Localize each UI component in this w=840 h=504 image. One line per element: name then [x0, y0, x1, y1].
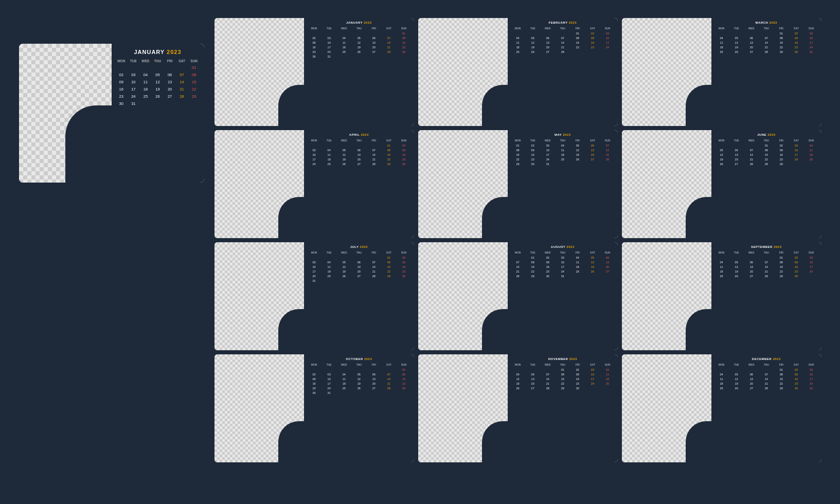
- mini-cal-date: [759, 31, 774, 35]
- large-cal-year: 2023: [167, 49, 181, 55]
- cal-date: 14: [176, 79, 188, 85]
- year-title-block: [19, 18, 204, 33]
- mini-cal-date: 21: [744, 157, 759, 161]
- mini-cal-date: 16: [307, 45, 321, 49]
- mini-cal-date: 24: [803, 381, 818, 386]
- mini-cal-date: 21: [366, 269, 381, 274]
- mini-cal-date: 13: [744, 376, 759, 381]
- mini-cal-date: 19: [336, 269, 351, 274]
- mini-cal-date: 24: [540, 157, 555, 161]
- cal-date: 05: [152, 71, 164, 78]
- mini-cal-date: 28: [540, 386, 555, 390]
- mini-cal-date: 26: [525, 49, 540, 54]
- mini-cal-date: 04: [714, 35, 729, 40]
- mini-cal-date: 29: [774, 49, 789, 54]
- mini-cal-date: 03: [555, 255, 570, 260]
- mini-cal-date: 09: [307, 376, 321, 381]
- mini-photo-placeholder: [418, 242, 508, 350]
- mini-cal-date: 17: [789, 152, 803, 157]
- mini-cal-date: 28: [744, 161, 759, 166]
- mini-cal-date: [351, 31, 366, 35]
- mini-photo-placeholder: [418, 18, 508, 126]
- mini-cal-date: 08: [510, 148, 525, 152]
- mini-days-header: MONTUEWEDTHUFRISATSUN: [714, 251, 818, 254]
- mini-cal-date: 02: [789, 367, 803, 372]
- mini-cal-date: 22: [396, 45, 411, 49]
- mini-cal-date: 28: [366, 161, 381, 166]
- mini-cal-date: 16: [570, 376, 585, 381]
- mini-cal-year: 2023: [770, 21, 777, 24]
- mini-cal-date: 05: [351, 372, 366, 376]
- mini-cal-date: 22: [570, 45, 585, 49]
- mini-cal-date: 03: [307, 260, 321, 264]
- mini-cal-date: 24: [600, 45, 615, 49]
- mini-cal-date: [510, 255, 525, 260]
- mini-cal-date: 10: [321, 376, 336, 381]
- cal-date: 25: [140, 93, 152, 100]
- mini-cal-date: 24: [555, 269, 570, 274]
- mini-cal-grid: 0102030405060708091011121314151617181920…: [307, 255, 411, 283]
- mini-cal-date: 15: [381, 152, 396, 157]
- mini-cal-date: 02: [396, 143, 411, 148]
- mini-cal-grid: 0102030405060708091011121314151617181920…: [307, 367, 411, 395]
- mini-cal-date: 04: [555, 143, 570, 148]
- mini-cal-date: 15: [525, 264, 540, 269]
- mini-cal-content: OCTOBER 2023MONTUEWEDTHUFRISATSUN0102030…: [304, 354, 414, 462]
- mini-cal-date: 12: [570, 148, 585, 152]
- mini-cal-date: 16: [396, 264, 411, 269]
- mini-cal-date: 25: [570, 269, 585, 274]
- mini-cal-date: 02: [585, 31, 600, 35]
- mini-cal-date: 28: [759, 386, 774, 390]
- mini-cal-date: 24: [307, 274, 321, 278]
- mini-days-header: MONTUEWEDTHUFRISATSUN: [714, 27, 818, 30]
- mini-cal-date: 09: [789, 372, 803, 376]
- mini-cal-date: 14: [744, 152, 759, 157]
- mini-cal-date: 09: [789, 260, 803, 264]
- cal-date: [128, 64, 139, 71]
- mini-cal-date: 01: [396, 367, 411, 372]
- cal-date: 26: [152, 93, 164, 100]
- mini-cal-date: [351, 367, 366, 372]
- mini-cal-date: [307, 143, 321, 148]
- mini-cal-date: 01: [759, 143, 774, 148]
- mini-cal-date: 27: [351, 161, 366, 166]
- mini-cal-date: 05: [729, 35, 744, 40]
- mini-calendar-card: AUGUST 2023MONTUEWEDTHUFRISATSUN01020304…: [418, 242, 618, 350]
- mini-cal-grid: 0102030405060708091011121314151617181920…: [307, 31, 411, 59]
- mini-photo-placeholder: [215, 130, 305, 238]
- mini-cal-date: 10: [307, 152, 321, 157]
- cal-date: 13: [164, 79, 176, 85]
- mini-cal-date: 16: [774, 152, 789, 157]
- mini-cal-date: 10: [803, 35, 818, 40]
- mini-cal-year: 2023: [364, 21, 371, 24]
- mini-photo-placeholder: [418, 130, 508, 238]
- mini-cal-date: 30: [540, 274, 555, 278]
- mini-cal-date: [321, 367, 336, 372]
- mini-cal-date: 17: [585, 376, 600, 381]
- mini-cal-date: 23: [396, 269, 411, 274]
- mini-cal-title: NOVEMBER 2023: [510, 357, 615, 361]
- mini-cal-date: 04: [570, 255, 585, 260]
- mini-cal-date: 31: [803, 49, 818, 54]
- cal-date: 23: [116, 93, 128, 100]
- mini-cal-date: 07: [759, 372, 774, 376]
- mini-cal-date: 05: [525, 35, 540, 40]
- mini-cal-date: 18: [803, 152, 818, 157]
- large-cal-content: JANUARY 2023 MON TUE WED THU FRI SAT SUN…: [112, 44, 204, 183]
- mini-cal-date: 22: [381, 269, 396, 274]
- mini-cal-year: 2023: [767, 133, 775, 136]
- mini-cal-date: 26: [570, 157, 585, 161]
- mini-cal-year: 2023: [563, 133, 570, 136]
- mini-cal-date: 26: [714, 161, 729, 166]
- mini-cal-date: 27: [366, 386, 381, 390]
- mini-cal-date: 19: [714, 157, 729, 161]
- mini-cal-date: 10: [540, 148, 555, 152]
- mini-cal-content: FEBRUARY 2023MONTUEWEDTHUFRISATSUN010203…: [508, 18, 617, 126]
- mini-cal-date: [525, 31, 540, 35]
- mini-cal-title: SEPTEMBER 2023: [714, 245, 818, 248]
- mini-cal-date: [744, 367, 759, 372]
- mini-cal-date: 20: [600, 264, 615, 269]
- mini-cal-date: 05: [336, 260, 351, 264]
- mini-cal-date: 13: [366, 40, 381, 45]
- cal-date: 16: [116, 86, 128, 93]
